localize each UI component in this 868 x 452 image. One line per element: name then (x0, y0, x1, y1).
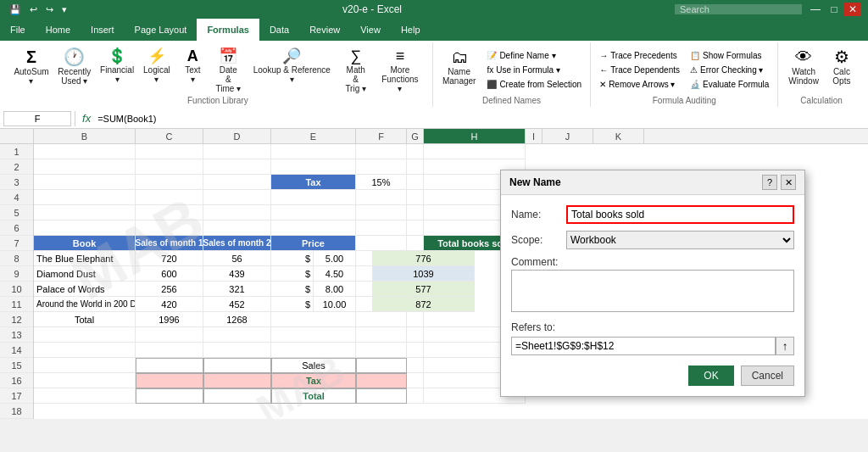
row-3[interactable]: 3 (0, 175, 33, 190)
cell-d16[interactable] (203, 373, 271, 388)
cell-d7[interactable]: Sales of month 2 (203, 236, 271, 251)
cell-f3[interactable]: 15% (356, 175, 407, 190)
autosum-button[interactable]: Σ AutoSum▾ (10, 46, 53, 88)
cell-b5[interactable] (34, 205, 136, 220)
col-header-j[interactable]: J (542, 129, 593, 143)
undo-btn[interactable]: ↩ (27, 4, 40, 15)
cell-f14[interactable] (356, 343, 407, 358)
cell-d11[interactable]: 452 (203, 297, 271, 312)
cell-d8[interactable]: 56 (203, 251, 271, 266)
watch-window-button[interactable]: 👁 WatchWindow (784, 46, 823, 88)
lookup-reference-button[interactable]: 🔎 Lookup & Reference ▾ (247, 46, 337, 86)
cell-d15[interactable] (203, 358, 271, 373)
col-header-b[interactable]: B (34, 129, 136, 143)
row-13[interactable]: 13 (0, 327, 33, 343)
cell-b16[interactable] (34, 373, 136, 388)
cell-e12[interactable] (271, 312, 356, 327)
name-box[interactable] (3, 111, 71, 126)
cell-b1[interactable] (34, 144, 136, 159)
cell-f17[interactable] (356, 388, 407, 404)
cell-b8[interactable]: The Blue Elephant (34, 251, 136, 266)
col-header-e[interactable]: E (271, 129, 356, 143)
new-name-dialog[interactable]: New Name ? ✕ Name: Scope: Workbook Comme… (500, 170, 805, 397)
cell-f4[interactable] (356, 190, 407, 205)
cell-d2[interactable] (203, 159, 271, 175)
cell-f16[interactable] (356, 373, 407, 388)
cell-f1[interactable] (356, 144, 407, 159)
row-14[interactable]: 14 (0, 343, 33, 358)
cell-e1[interactable] (271, 144, 356, 159)
use-in-formula-button[interactable]: fx Use in Formula ▾ (483, 64, 585, 76)
cell-e5[interactable] (271, 205, 356, 220)
cell-e15[interactable]: Sales (271, 358, 356, 373)
cell-g5[interactable] (407, 205, 424, 220)
cell-f12[interactable] (356, 312, 407, 327)
define-name-button[interactable]: 📝 Define Name ▾ (483, 49, 585, 62)
cell-f5[interactable] (356, 205, 407, 220)
cell-d13[interactable] (203, 327, 271, 343)
remove-arrows-button[interactable]: ✕ Remove Arrows ▾ (596, 78, 683, 91)
cell-b15[interactable] (34, 358, 136, 373)
more-functions-button[interactable]: ≡ MoreFunctions ▾ (375, 46, 426, 96)
tab-insert[interactable]: Insert (81, 19, 125, 41)
row-7[interactable]: 7 (0, 236, 33, 251)
cell-b7[interactable]: Book (34, 236, 136, 251)
cell-f6[interactable] (356, 220, 407, 236)
cell-g10[interactable] (356, 282, 373, 297)
tab-view[interactable]: View (350, 19, 391, 41)
cell-d6[interactable] (203, 220, 271, 236)
cell-g7[interactable] (407, 236, 424, 251)
minimize-btn[interactable]: — (807, 3, 824, 16)
cell-b3[interactable] (34, 175, 136, 190)
cell-c5[interactable] (136, 205, 203, 220)
cell-f13[interactable] (356, 327, 407, 343)
col-header-h[interactable]: H (424, 129, 526, 143)
cell-g11[interactable] (356, 297, 373, 312)
dialog-comment-input[interactable] (511, 270, 794, 312)
date-time-button[interactable]: 📅 Date &Time ▾ (211, 46, 245, 96)
dialog-close-btn[interactable]: ✕ (781, 175, 796, 190)
cell-b9[interactable]: Diamond Dust (34, 266, 136, 282)
cell-h10[interactable]: 577 (373, 282, 475, 297)
cell-g15[interactable] (407, 358, 424, 373)
cell-g1[interactable] (407, 144, 424, 159)
cell-e13[interactable] (271, 327, 356, 343)
cell-g13[interactable] (407, 327, 424, 343)
tab-home[interactable]: Home (36, 19, 81, 41)
row-4[interactable]: 4 (0, 190, 33, 205)
cell-b6[interactable] (34, 220, 136, 236)
cell-d12[interactable]: 1268 (203, 312, 271, 327)
row-10[interactable]: 10 (0, 282, 33, 297)
cell-h9[interactable]: 1039 (373, 266, 475, 282)
cell-b11[interactable]: Around the World in 200 Days (34, 297, 136, 312)
formula-input[interactable] (97, 114, 865, 124)
dialog-refers-input[interactable] (511, 337, 776, 355)
row-17[interactable]: 17 (0, 388, 33, 404)
cell-b12[interactable]: Total (34, 312, 136, 327)
row-9[interactable]: 9 (0, 266, 33, 282)
tab-review[interactable]: Review (299, 19, 350, 41)
cell-f2[interactable] (356, 159, 407, 175)
row-6[interactable]: 6 (0, 220, 33, 236)
row-11[interactable]: 11 (0, 297, 33, 312)
cell-d17[interactable] (203, 388, 271, 404)
col-header-g[interactable]: G (407, 129, 424, 143)
tab-file[interactable]: File (0, 19, 36, 41)
cell-b4[interactable] (34, 190, 136, 205)
quick-access-toolbar[interactable]: 💾 ↩ ↪ ▾ (7, 4, 70, 15)
cell-b2[interactable] (34, 159, 136, 175)
financial-button[interactable]: 💲 Financial▾ (97, 46, 138, 86)
row-1[interactable]: 1 (0, 144, 33, 159)
col-header-d[interactable]: D (203, 129, 271, 143)
dialog-cancel-button[interactable]: Cancel (741, 366, 794, 386)
cell-b13[interactable] (34, 327, 136, 343)
cell-f7[interactable] (356, 236, 407, 251)
row-2[interactable]: 2 (0, 159, 33, 175)
cell-e2[interactable] (271, 159, 356, 175)
cell-f15[interactable] (356, 358, 407, 373)
cell-g8[interactable] (356, 251, 373, 266)
cell-e16[interactable]: Tax (271, 373, 356, 388)
cell-h11[interactable]: 872 (373, 297, 475, 312)
cell-c8[interactable]: 720 (136, 251, 203, 266)
cell-g2[interactable] (407, 159, 424, 175)
